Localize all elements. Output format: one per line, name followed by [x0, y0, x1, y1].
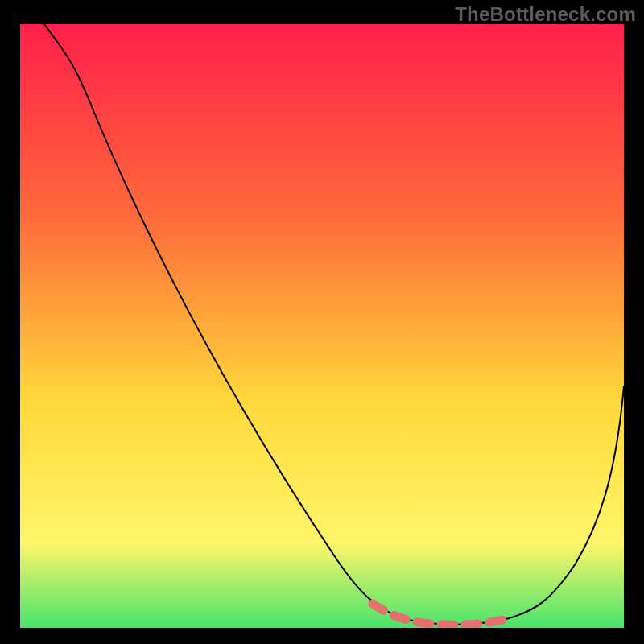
watermark-text: TheBottleneck.com — [455, 3, 636, 26]
bottleneck-plot — [20, 24, 624, 628]
chart-frame: TheBottleneck.com — [0, 0, 644, 644]
